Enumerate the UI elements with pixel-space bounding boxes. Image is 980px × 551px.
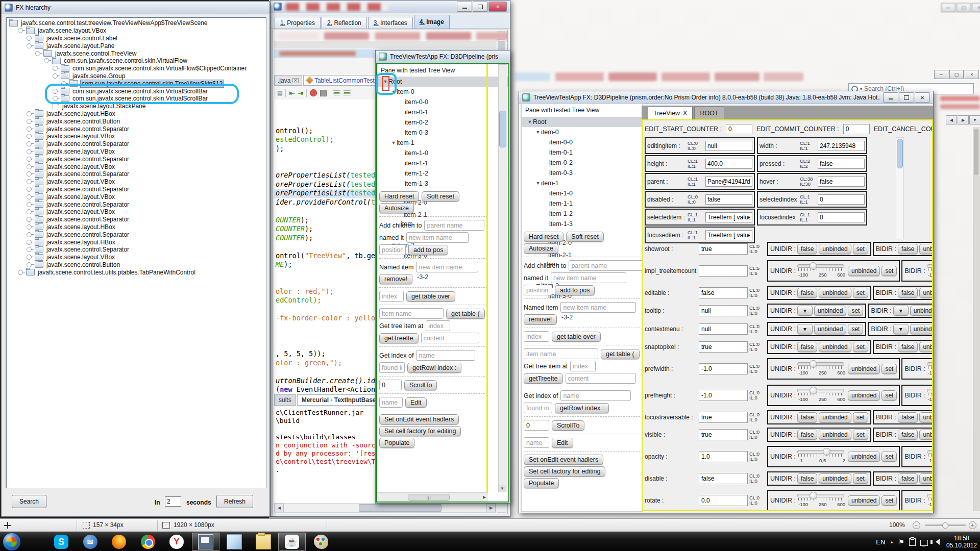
set-button[interactable]: set: [881, 495, 897, 506]
soft-reset-button[interactable]: Soft reset: [566, 232, 604, 242]
property-value[interactable]: [699, 243, 748, 255]
action-center-icon[interactable]: ⚑: [898, 538, 904, 546]
value-slider[interactable]: -10,52: [927, 448, 933, 465]
text-field[interactable]: [424, 220, 484, 231]
minimize-button[interactable]: [457, 2, 472, 12]
output-tab[interactable]: Mercurial - TextInputBase.ja: [297, 394, 387, 406]
maximize-button[interactable]: [473, 2, 488, 12]
search-button[interactable]: Search: [12, 495, 46, 508]
tree-item[interactable]: item-0-2: [522, 158, 642, 168]
maximize-icon[interactable]: ▢: [949, 70, 964, 79]
set-button[interactable]: set: [881, 390, 897, 400]
property-value[interactable]: [699, 363, 748, 374]
fx-hierarchy-titlebar[interactable]: FX hierarchy: [2, 2, 270, 14]
unbinded-button[interactable]: unbinded: [919, 288, 933, 298]
text-field[interactable]: [379, 397, 403, 408]
populate-button[interactable]: Populate: [379, 438, 414, 448]
false-button[interactable]: false: [797, 244, 817, 254]
tree-item[interactable]: javafx.scene.layout.VBox: [6, 193, 266, 201]
autosize-button[interactable]: Autosize: [379, 203, 414, 213]
text-field[interactable]: [379, 308, 444, 319]
value-slider[interactable]: -100250600: [797, 492, 846, 509]
text-field[interactable]: [416, 350, 475, 361]
horizontal-scrollbar[interactable]: ||| ▶: [377, 492, 488, 502]
tree-item[interactable]: ▼item-0: [522, 127, 642, 137]
set-button[interactable]: set: [853, 244, 868, 254]
unbinded-button[interactable]: unbinded: [819, 288, 851, 298]
set-cell-factory-for-editing-button[interactable]: Set cell factory for editing: [524, 466, 605, 477]
profiler-icon[interactable]: [333, 90, 340, 95]
property-value[interactable]: [699, 323, 748, 335]
record-icon[interactable]: [310, 89, 317, 96]
tree-item[interactable]: javafx.scene.layout.HBox: [6, 110, 266, 118]
unbinded-button[interactable]: unbinded: [919, 412, 933, 422]
tree-item[interactable]: javafx.scene.layout.HBox: [6, 223, 266, 231]
close-icon[interactable]: ✕: [292, 78, 299, 83]
tree-expand-handle-icon[interactable]: [27, 209, 32, 214]
yandex-taskbar-icon[interactable]: Y: [163, 533, 190, 551]
unbinded-button[interactable]: unbinded: [819, 412, 851, 422]
scrollto-button[interactable]: ScrollTo: [552, 420, 584, 431]
tree-item[interactable]: ▼Root: [377, 77, 508, 87]
zoom-in-icon[interactable]: +: [969, 521, 976, 529]
tree-item[interactable]: javafx.scene.layout.VBox: [6, 27, 266, 35]
tree-item[interactable]: javafx.scene.control.Separator: [6, 246, 266, 254]
set-button[interactable]: set: [853, 412, 868, 422]
tree-item[interactable]: item-1-0: [377, 148, 508, 158]
stop-icon[interactable]: [320, 90, 327, 96]
expand-arrow-icon[interactable]: ▼: [390, 140, 397, 145]
text-field[interactable]: [524, 285, 552, 295]
scrollbar-thumb[interactable]: [499, 111, 506, 147]
close-button[interactable]: ×: [488, 2, 507, 12]
unbinded-button[interactable]: unbinded: [910, 324, 933, 334]
tree-item[interactable]: javafx.scene.control.Separator: [6, 140, 266, 148]
property-value[interactable]: [699, 341, 748, 353]
tree-item[interactable]: javafx.scene.Group: [6, 72, 266, 80]
text-field[interactable]: [560, 390, 631, 401]
tested-tree-view[interactable]: ▼Root▼item-0 item-0-0 item-0-1 item-0-2 …: [522, 117, 642, 229]
tree-item[interactable]: item-1-1: [377, 158, 508, 168]
unbinded-button[interactable]: unbinded: [848, 266, 880, 276]
thunderbird-taskbar-icon[interactable]: ✉: [77, 533, 104, 551]
property-value[interactable]: [699, 473, 748, 484]
unbinded-button[interactable]: unbinded: [919, 244, 933, 254]
tree-expand-handle-icon[interactable]: [27, 262, 32, 267]
start-button[interactable]: [3, 533, 20, 550]
tree-expand-handle-icon[interactable]: [27, 164, 32, 169]
scrollbar-thumb[interactable]: [897, 139, 903, 168]
output-tab[interactable]: sults: [274, 394, 296, 406]
property-value[interactable]: [699, 429, 748, 440]
text-field[interactable]: [566, 373, 636, 384]
tree-item[interactable]: com.sun.javafx.scene.control.skin.Virtua…: [6, 57, 266, 65]
false-button[interactable]: false: [797, 412, 817, 422]
text-field[interactable]: [421, 333, 479, 343]
volume-icon[interactable]: [933, 539, 940, 545]
tree-expand-handle-icon[interactable]: [27, 43, 32, 48]
vertical-scrollbar[interactable]: ▼: [498, 64, 507, 492]
unbinded-button[interactable]: unbinded: [814, 306, 846, 316]
zoom-out-icon[interactable]: −: [913, 521, 920, 529]
set-onedit-event-hadlers-button[interactable]: Set onEdit event hadlers: [524, 455, 603, 465]
horizontal-scrollbar[interactable]: ◀ ▶: [274, 503, 496, 513]
add-to-pos-button[interactable]: add to pos: [555, 285, 595, 295]
java-taskbar-icon[interactable]: ☕: [278, 533, 306, 551]
false-button[interactable]: false: [898, 288, 918, 298]
palette-taskbar-icon[interactable]: [307, 533, 335, 551]
minimize-icon[interactable]: ─: [941, 3, 955, 12]
tree-item[interactable]: javafx.scene.control.test.utils.ptables.…: [6, 268, 266, 276]
tree-item[interactable]: javafx.scene.control.TreeView: [6, 49, 266, 57]
tree-item[interactable]: item-1-1: [522, 198, 642, 209]
unbinded-button[interactable]: unbinded: [819, 342, 851, 352]
text-field[interactable]: [379, 291, 404, 302]
tree-expand-handle-icon[interactable]: [53, 66, 58, 71]
set-button[interactable]: set: [848, 324, 863, 334]
hard-reset-button[interactable]: Hard reset: [524, 232, 564, 242]
set-button[interactable]: set: [881, 266, 897, 276]
dropdown-button[interactable]: ▾: [893, 306, 909, 316]
tree-item[interactable]: javafx.scene.control.Separator: [6, 170, 266, 178]
false-button[interactable]: false: [898, 342, 918, 352]
editor-tab[interactable]: .java✕: [274, 75, 302, 86]
value-slider[interactable]: -100250600: [927, 360, 933, 378]
value-slider[interactable]: -100250600: [797, 360, 846, 378]
value-slider[interactable]: -100250600: [797, 387, 846, 404]
